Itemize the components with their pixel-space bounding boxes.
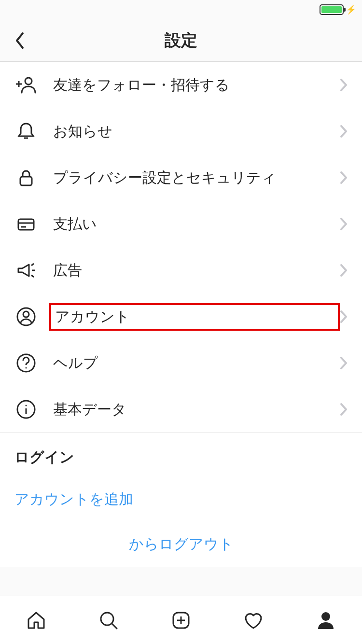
chevron-right-icon: [340, 310, 348, 323]
menu-label: 基本データ: [49, 398, 340, 421]
tab-search[interactable]: [72, 596, 145, 644]
menu-help[interactable]: ヘルプ: [0, 340, 362, 386]
chevron-left-icon: [14, 31, 25, 50]
help-icon: [14, 351, 38, 375]
menu-privacy-security[interactable]: プライバシー設定とセキュリティ: [0, 154, 362, 201]
chevron-right-icon: [340, 78, 348, 92]
tab-profile[interactable]: [290, 596, 362, 644]
chevron-right-icon: [340, 171, 348, 184]
menu-label: ヘルプ: [49, 351, 340, 375]
header: 設定: [0, 19, 362, 62]
page-title: 設定: [0, 29, 362, 52]
svg-line-19: [112, 624, 117, 629]
svg-line-10: [31, 275, 34, 277]
chevron-right-icon: [340, 356, 348, 370]
home-icon: [25, 609, 48, 632]
menu-payments[interactable]: 支払い: [0, 201, 362, 247]
logout-link[interactable]: からログアウト: [0, 522, 362, 567]
card-icon: [14, 212, 38, 236]
menu-label: アカウント: [49, 303, 340, 331]
svg-point-16: [26, 405, 27, 406]
tab-activity[interactable]: [217, 596, 290, 644]
svg-rect-5: [18, 219, 34, 230]
chevron-right-icon: [340, 264, 348, 277]
menu-about[interactable]: 基本データ: [0, 386, 362, 433]
heart-icon: [242, 609, 265, 632]
info-icon: [14, 398, 38, 421]
tab-add[interactable]: [145, 596, 217, 644]
chevron-right-icon: [340, 217, 348, 231]
svg-point-23: [321, 612, 330, 621]
account-icon: [14, 305, 38, 328]
bell-icon: [14, 120, 38, 143]
back-button[interactable]: [10, 31, 29, 50]
svg-line-8: [31, 264, 34, 266]
search-icon: [97, 609, 120, 632]
follow-invite-icon: [14, 73, 38, 97]
battery-icon: [320, 4, 344, 15]
chevron-right-icon: [340, 403, 348, 416]
login-section-header: ログイン: [0, 433, 362, 477]
chevron-right-icon: [340, 125, 348, 138]
svg-point-12: [23, 311, 29, 317]
menu-follow-invite[interactable]: 友達をフォロー・招待する: [0, 62, 362, 108]
svg-point-0: [25, 78, 32, 84]
charging-icon: ⚡: [346, 4, 356, 15]
svg-point-14: [26, 367, 27, 369]
profile-icon: [314, 609, 337, 632]
menu-notifications[interactable]: お知らせ: [0, 108, 362, 154]
menu-label: お知らせ: [49, 120, 340, 143]
menu-ads[interactable]: 広告: [0, 247, 362, 294]
menu-label: プライバシー設定とセキュリティ: [49, 166, 340, 190]
lock-icon: [14, 166, 38, 189]
menu-label: 広告: [49, 259, 340, 282]
menu-label: 支払い: [49, 212, 340, 236]
tab-bar: [0, 596, 362, 644]
svg-rect-4: [20, 177, 32, 185]
tab-home[interactable]: [0, 596, 72, 644]
settings-list: 友達をフォロー・招待する お知らせ プライバシー設定とセキュリティ 支払い 広告: [0, 62, 362, 567]
add-post-icon: [169, 609, 193, 632]
megaphone-icon: [14, 259, 38, 282]
status-bar: ⚡: [0, 0, 362, 19]
add-account-link[interactable]: アカウントを追加: [0, 477, 362, 522]
menu-label: 友達をフォロー・招待する: [49, 73, 340, 97]
menu-account[interactable]: アカウント: [0, 294, 362, 340]
